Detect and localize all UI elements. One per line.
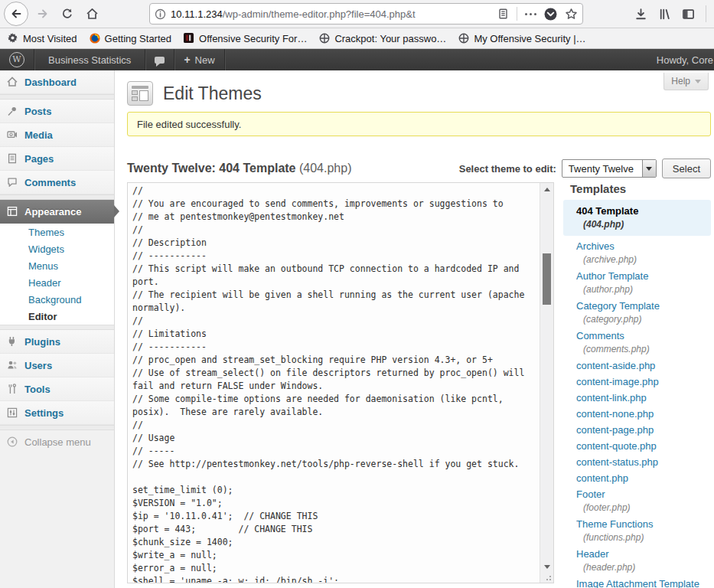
- new-content-menu[interactable]: + New: [174, 49, 224, 70]
- template-link-comments[interactable]: Comments (comments.php): [563, 330, 714, 355]
- sidebar-item-users[interactable]: Users: [0, 354, 114, 377]
- sidebar-separator: [0, 425, 114, 430]
- site-info-icon[interactable]: [155, 8, 166, 20]
- scroll-down-arrow[interactable]: [540, 560, 553, 573]
- forward-button[interactable]: [33, 4, 53, 24]
- sidebar-item-widgets[interactable]: Widgets: [0, 240, 114, 257]
- download-icon[interactable]: [634, 8, 647, 21]
- sidebar-separator: [0, 94, 114, 100]
- globe-icon: [319, 33, 330, 44]
- site-name-link[interactable]: Business Statistics: [34, 49, 145, 70]
- sidebar-item-menus[interactable]: Menus: [0, 257, 114, 274]
- pushpin-icon: [7, 106, 18, 116]
- document-icon: [7, 153, 18, 164]
- template-link-content-aside-php[interactable]: content-aside.php: [563, 360, 714, 371]
- sidebar-item-dashboard[interactable]: Dashboard: [0, 70, 114, 94]
- template-link-author-template[interactable]: Author Template (author.php): [563, 270, 714, 296]
- pocket-icon[interactable]: [544, 8, 557, 21]
- sidebar-item-header[interactable]: Header: [0, 274, 114, 291]
- template-link-content-quote-php[interactable]: content-quote.php: [563, 440, 714, 452]
- divider: [517, 7, 517, 21]
- back-button[interactable]: [4, 2, 28, 26]
- sidebar-item-pages[interactable]: Pages: [0, 147, 114, 171]
- sidebar-item-plugins[interactable]: Plugins: [0, 330, 114, 354]
- template-link-content-link-php[interactable]: content-link.php: [563, 392, 714, 403]
- library-icon[interactable]: [658, 8, 671, 21]
- scrollbar-track[interactable]: [540, 195, 553, 560]
- theme-select-dropdown[interactable]: Twenty Twelve: [562, 159, 657, 178]
- bookmark-star-icon[interactable]: [565, 8, 578, 21]
- theme-code-editor[interactable]: // // You are encouraged to send comment…: [127, 182, 554, 583]
- sidebar-item-settings[interactable]: Settings: [0, 401, 114, 425]
- bookmark-crackpot-your-passwo[interactable]: Crackpot: Your passwo…: [319, 33, 446, 44]
- sidebar-item-comments[interactable]: Comments: [0, 171, 114, 194]
- bookmark-label: Offensive Security For…: [199, 33, 307, 44]
- tools-icon: [7, 384, 18, 394]
- resize-grip[interactable]: [540, 573, 553, 583]
- template-link-category-template[interactable]: Category Template (category.php): [563, 300, 714, 325]
- sliders-icon: [7, 407, 18, 418]
- admin-sidebar: Dashboard Posts Media Pages Comments: [0, 70, 115, 588]
- template-link-content-status-php[interactable]: content-status.php: [563, 456, 714, 468]
- page-actions-icon[interactable]: [525, 13, 536, 15]
- url-domain: 10.11.1.234: [171, 8, 223, 20]
- sidebar-item-appearance[interactable]: Appearance: [0, 200, 114, 224]
- url-path: /wp-admin/theme-editor.php?file=404.php&…: [223, 8, 416, 20]
- home-button[interactable]: [82, 4, 102, 24]
- howdy-account-menu[interactable]: Howdy, Core: [657, 49, 714, 70]
- code-textarea[interactable]: // // You are encouraged to send comment…: [128, 183, 540, 583]
- sidebar-item-editor[interactable]: Editor: [0, 308, 114, 325]
- sidebar-item-media[interactable]: Media: [0, 123, 114, 147]
- comments-shortcut[interactable]: [145, 49, 174, 70]
- plug-icon: [7, 336, 18, 347]
- bookmark-my-offensive-security[interactable]: My Offensive Security |…: [458, 33, 585, 44]
- select-theme-label: Select theme to edit:: [459, 163, 556, 175]
- plus-icon: +: [184, 54, 190, 66]
- sidebar-toggle-icon[interactable]: [682, 8, 695, 21]
- template-link-404-template[interactable]: 404 Template (404.php): [563, 200, 711, 236]
- page-title: Edit Themes: [163, 83, 262, 104]
- camera-icon: [7, 129, 18, 140]
- divider: [706, 5, 706, 22]
- chevron-down-icon: [695, 80, 701, 83]
- editor-scrollbar[interactable]: [540, 183, 553, 583]
- template-link-content-page-php[interactable]: content-page.php: [563, 424, 714, 436]
- templates-list: 404 Template (404.php) Archives (archive…: [563, 200, 714, 588]
- wp-logo-menu[interactable]: W: [0, 49, 34, 70]
- sidebar-item-posts[interactable]: Posts: [0, 100, 114, 123]
- template-link-content-php[interactable]: content.php: [563, 472, 714, 484]
- sidebar-item-background[interactable]: Background: [0, 291, 114, 308]
- success-notice: File edited successfully.: [127, 112, 711, 136]
- dropdown-arrow-icon[interactable]: [642, 160, 656, 177]
- bookmark-most-visited[interactable]: Most Visited: [8, 33, 77, 44]
- sidebar-item-tools[interactable]: Tools: [0, 377, 114, 401]
- templates-heading: Templates: [563, 182, 714, 195]
- help-button[interactable]: Help: [663, 73, 709, 90]
- scrollbar-thumb[interactable]: [543, 253, 551, 305]
- bookmark-getting-started[interactable]: Getting Started: [90, 33, 171, 44]
- template-link-header[interactable]: Header (header.php): [563, 548, 714, 573]
- sidebar-separator: [0, 325, 114, 330]
- bookmark-label: Crackpot: Your passwo…: [334, 33, 446, 44]
- bookmark-offensive-security-for[interactable]: Offensive Security For…: [184, 33, 307, 44]
- template-link-archives[interactable]: Archives (archive.php): [563, 240, 714, 266]
- bookmark-label: My Offensive Security |…: [474, 33, 585, 44]
- scroll-up-arrow[interactable]: [540, 183, 553, 195]
- template-link-theme-functions[interactable]: Theme Functions (functions.php): [563, 518, 714, 544]
- home-icon: [86, 8, 99, 20]
- template-link-image-attachment-template[interactable]: Image Attachment Template (image.php): [563, 578, 714, 588]
- house-icon: [7, 77, 18, 87]
- address-bar[interactable]: 10.11.1.234/wp-admin/theme-editor.php?fi…: [149, 3, 583, 24]
- reader-mode-icon[interactable]: [497, 8, 509, 20]
- main-content: Help Edit Themes File edited successfull…: [115, 70, 714, 588]
- template-link-footer[interactable]: Footer (footer.php): [563, 488, 714, 514]
- select-theme-button[interactable]: Select: [662, 158, 711, 178]
- reload-button[interactable]: [57, 4, 77, 24]
- template-link-content-image-php[interactable]: content-image.php: [563, 376, 714, 387]
- wordpress-logo-icon: W: [9, 52, 24, 67]
- globe-icon: [458, 33, 469, 44]
- sidebar-item-collapse-menu[interactable]: Collapse menu: [0, 430, 114, 453]
- template-link-content-none-php[interactable]: content-none.php: [563, 408, 714, 420]
- reload-icon: [61, 8, 73, 20]
- sidebar-item-themes[interactable]: Themes: [0, 224, 114, 240]
